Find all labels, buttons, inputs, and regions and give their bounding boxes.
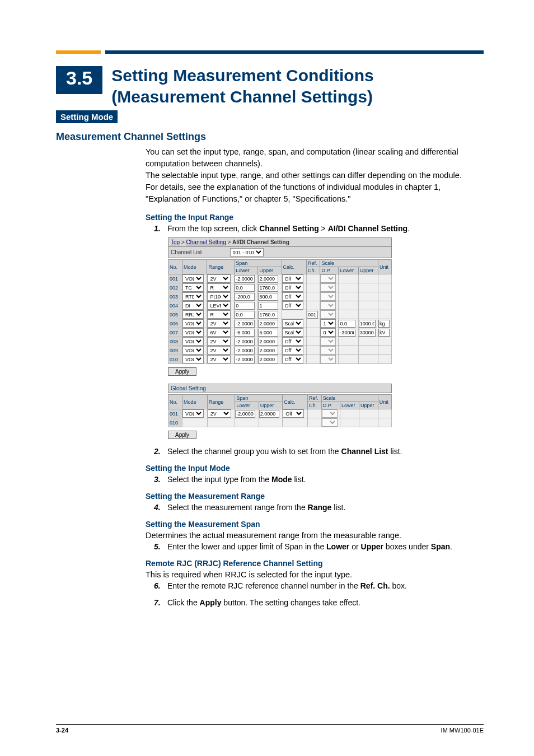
subhead-input-mode: Setting the Input Mode	[146, 464, 484, 473]
dp-select[interactable]: 0	[320, 328, 336, 337]
breadcrumb-top[interactable]: Top	[171, 239, 180, 245]
range-select[interactable]: 6V	[207, 328, 231, 337]
cell-no: 009	[168, 346, 182, 355]
table-row: 004DILEVELOff	[168, 301, 392, 310]
scale-lower-input[interactable]	[339, 320, 355, 328]
calc-select[interactable]: Off	[282, 337, 303, 346]
range-select[interactable]: 2V	[207, 274, 231, 283]
span-upper-input[interactable]	[258, 284, 278, 292]
mode-select[interactable]: VOLT	[182, 355, 204, 363]
span-upper-input[interactable]	[259, 410, 279, 418]
breadcrumb: Top > Channel Setting > AI/DI Channel Se…	[168, 237, 392, 247]
table-row: 001VOLT2VOff	[168, 274, 392, 283]
mode-select[interactable]: RRJC	[182, 310, 204, 319]
apply-button-2[interactable]: Apply	[168, 431, 196, 439]
dp-select	[322, 409, 338, 418]
dp-select	[320, 337, 336, 346]
span-lower-input[interactable]	[235, 410, 255, 418]
cell-no: 004	[168, 301, 182, 310]
calc-select[interactable]: Off	[282, 292, 303, 301]
span-upper-input[interactable]	[258, 338, 278, 346]
channel-list-select[interactable]: 001 - 010	[230, 248, 264, 256]
span-upper-input[interactable]	[258, 347, 278, 354]
ref-ch-input[interactable]	[307, 311, 318, 319]
span-lower-input[interactable]	[235, 329, 255, 337]
unit-input[interactable]	[378, 320, 390, 328]
span-upper-input[interactable]	[258, 275, 278, 283]
page-number: 3-24	[56, 727, 68, 734]
span-upper-input[interactable]	[258, 293, 278, 301]
span-lower-input[interactable]	[235, 356, 255, 363]
range-select[interactable]: 2V	[207, 346, 231, 354]
table-row: 001VOLT2VOff	[168, 409, 392, 418]
table-row: 010	[168, 418, 392, 427]
mode-select[interactable]: TC	[182, 283, 204, 292]
scale-upper-input[interactable]	[359, 320, 376, 328]
calc-select[interactable]: Scale	[282, 328, 303, 337]
span-lower-input[interactable]	[235, 311, 255, 319]
step-1: 1. From the top screen, click Channel Se…	[154, 224, 484, 233]
scale-upper-input[interactable]	[359, 329, 376, 337]
span-upper-input[interactable]	[258, 329, 278, 337]
span-lower-input[interactable]	[235, 275, 255, 283]
range-select[interactable]: 2V	[207, 337, 231, 346]
calc-select[interactable]: Off	[282, 355, 303, 363]
dp-select	[320, 346, 336, 354]
dp-select[interactable]: 1	[320, 319, 336, 328]
calc-select[interactable]: Off	[282, 274, 303, 283]
cell-no: 001	[168, 274, 182, 283]
span-lower-input[interactable]	[235, 293, 255, 301]
step-3: 3. Select the input type from the Mode l…	[154, 475, 484, 484]
span-lower-input[interactable]	[235, 320, 255, 328]
span-upper-input[interactable]	[258, 311, 278, 319]
channel-table: No. Mode Range Span Calc. Ref. Scale Uni…	[168, 259, 392, 364]
step-4: 4. Select the measurement range from the…	[154, 503, 484, 512]
subhead-measurement-span: Setting the Measurement Span	[146, 520, 484, 529]
calc-select[interactable]: Off	[282, 283, 303, 292]
mode-select[interactable]: RTD	[182, 292, 204, 301]
range-select[interactable]: 2V	[208, 409, 231, 418]
step-6: 6. Enter the remote RJC reference channe…	[154, 581, 484, 590]
range-select[interactable]: Pt100-1	[207, 292, 231, 301]
dp-select	[320, 310, 336, 319]
mode-select[interactable]: VOLT	[182, 274, 204, 283]
range-select[interactable]: 2V	[207, 355, 231, 363]
subhead-rrjc: Remote RJC (RRJC) Reference Channel Sett…	[146, 559, 484, 568]
range-select[interactable]: 2V	[207, 319, 231, 328]
calc-select[interactable]: Scale	[282, 319, 303, 328]
span-lower-input[interactable]	[235, 338, 255, 346]
unit-input[interactable]	[378, 329, 390, 337]
mode-select[interactable]: DI	[182, 301, 204, 310]
intro-paragraph: You can set the input type, range, span,…	[146, 146, 484, 205]
screenshot-replica: Top > Channel Setting > AI/DI Channel Se…	[168, 237, 484, 442]
table-row: 007VOLT6VScale0	[168, 328, 392, 337]
mode-select[interactable]: VOLT	[182, 319, 204, 328]
global-setting-label: Global Setting	[168, 384, 392, 393]
doc-id: IM MW100-01E	[441, 727, 484, 734]
mode-select[interactable]: VOLT	[182, 409, 204, 418]
span-lower-input[interactable]	[235, 302, 255, 310]
table-row: 006VOLT2VScale1	[168, 319, 392, 328]
calc-select[interactable]: Off	[282, 346, 303, 354]
calc-select[interactable]: Off	[283, 409, 304, 418]
mode-select[interactable]: VOLT	[182, 346, 204, 354]
calc-select[interactable]: Off	[282, 301, 303, 310]
span-upper-input[interactable]	[258, 302, 278, 310]
section-number: 3.5	[56, 66, 102, 94]
scale-lower-input[interactable]	[339, 329, 355, 337]
section-title: Setting Measurement Conditions (Measurem…	[111, 65, 373, 107]
breadcrumb-channel-setting[interactable]: Channel Setting	[186, 239, 226, 245]
span-upper-input[interactable]	[258, 356, 278, 363]
range-select[interactable]: R	[207, 310, 231, 319]
span-upper-input[interactable]	[258, 320, 278, 328]
apply-button[interactable]: Apply	[168, 367, 196, 376]
mode-select[interactable]: VOLT	[182, 337, 204, 346]
mode-select[interactable]: VOLT	[182, 328, 204, 337]
span-lower-input[interactable]	[235, 284, 255, 292]
span-lower-input[interactable]	[235, 347, 255, 354]
cell-no: 007	[168, 328, 182, 337]
range-select[interactable]: R	[207, 283, 231, 292]
dp-select	[320, 283, 336, 292]
range-select[interactable]: LEVEL	[207, 301, 231, 310]
col-mode: Mode	[182, 260, 207, 274]
